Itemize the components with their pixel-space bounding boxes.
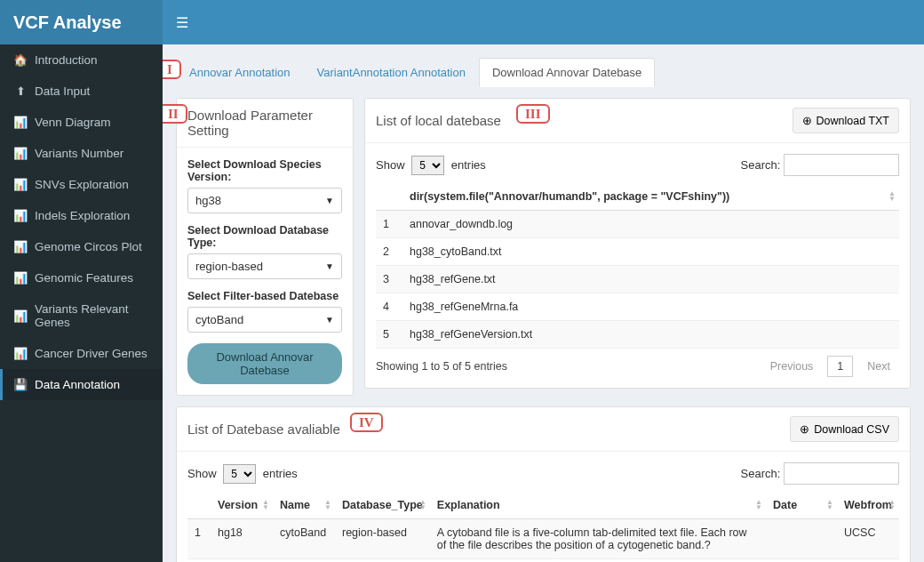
nav-icon: 📊 — [13, 209, 28, 222]
db-type-label: Select Download Database Type: — [187, 224, 342, 249]
sidebar-item-snvs-exploration[interactable]: 📊SNVs Exploration — [0, 169, 163, 200]
hamburger-icon[interactable]: ☰ — [176, 14, 188, 31]
species-version-label: Select Download Species Version: — [187, 158, 342, 183]
download-icon: ⊕ — [800, 422, 809, 436]
sort-icon[interactable]: ▲▼ — [888, 500, 896, 510]
caret-down-icon: ▼ — [325, 196, 334, 205]
sidebar: 🏠Introduction⬆Data Input📊Venn Diagram📊Va… — [0, 44, 163, 562]
sidebar-item-venn-diagram[interactable]: 📊Venn Diagram — [0, 107, 163, 138]
table-row[interactable]: 2hg19cytoBandregion-basedsame as aboveUC… — [187, 559, 899, 563]
download-parameter-panel: II Download Parameter Setting Select Dow… — [176, 98, 354, 396]
search-label: Search: — [741, 158, 781, 172]
sidebar-item-label: Variants Relevant Genes — [35, 302, 149, 329]
caret-down-icon: ▼ — [325, 315, 334, 325]
sort-icon[interactable]: ▲▼ — [262, 500, 269, 510]
sidebar-item-label: Venn Diagram — [35, 116, 111, 129]
sidebar-item-data-annotation[interactable]: 💾Data Annotation — [0, 369, 163, 400]
sidebar-item-label: Genome Circos Plot — [35, 240, 142, 253]
table-row[interactable]: 4hg38_refGeneMrna.fa — [376, 293, 899, 321]
nav-icon: 📊 — [13, 240, 28, 253]
sidebar-item-indels-exploration[interactable]: 📊Indels Exploration — [0, 200, 163, 231]
local-search-input[interactable] — [784, 154, 899, 176]
nav-icon: 💾 — [13, 378, 28, 391]
table-row[interactable]: 1annovar_downdb.log — [376, 211, 899, 238]
nav-icon: 📊 — [13, 178, 28, 191]
sidebar-item-variants-number[interactable]: 📊Variants Number — [0, 138, 163, 169]
nav-icon: 🏠 — [13, 53, 28, 67]
sort-icon[interactable]: ▲▼ — [419, 500, 426, 510]
search-label: Search: — [741, 467, 781, 480]
avail-entries-select[interactable]: 5 — [223, 464, 256, 484]
avail-db-table: Version▲▼ Name▲▼ Database_Type▲▼ Explana… — [187, 492, 899, 562]
table-row[interactable]: 3hg38_refGene.txt — [376, 266, 899, 293]
panel-title: List of local datebase — [376, 113, 501, 128]
tab-download-annovar-db[interactable]: Download Annovar Datebase — [479, 58, 655, 87]
sidebar-item-variants-relevant-genes[interactable]: 📊Variants Relevant Genes — [0, 293, 163, 338]
table-row[interactable]: 2hg38_cytoBand.txt — [376, 238, 899, 266]
local-database-panel: III List of local datebase ⊕ Download TX… — [364, 98, 911, 389]
table-row[interactable]: 5hg38_refGeneVersion.txt — [376, 321, 899, 349]
filter-db-select[interactable]: cytoBand ▼ — [187, 307, 342, 333]
table-info: Showing 1 to 5 of 5 entries — [376, 360, 507, 373]
nav-icon: 📊 — [13, 347, 28, 360]
sidebar-item-label: Data Annotation — [35, 378, 120, 391]
panel-title: List of Datebase avaliable — [187, 422, 340, 437]
table-row[interactable]: 1hg18cytoBandregion-basedA cytoband file… — [187, 519, 899, 559]
nav-icon: ⬆ — [13, 84, 28, 98]
caret-down-icon: ▼ — [325, 261, 334, 271]
pager-prev[interactable]: Previous — [761, 357, 823, 376]
tabs-row: I Annovar Annotation VariantAnnotation A… — [176, 58, 911, 87]
sidebar-item-label: Indels Exploration — [35, 209, 130, 222]
sidebar-item-label: Variants Number — [35, 147, 123, 160]
sidebar-item-label: Cancer Driver Genes — [35, 347, 147, 360]
filter-db-label: Select Filter-based Datebase — [187, 290, 342, 302]
sort-icon[interactable]: ▲▼ — [755, 500, 762, 510]
sort-icon[interactable]: ▲▼ — [888, 191, 896, 202]
local-db-table: dir(system.file("Annovar/humandb", packa… — [376, 183, 899, 349]
sidebar-item-introduction[interactable]: 🏠Introduction — [0, 44, 163, 76]
download-icon: ⊕ — [802, 114, 812, 127]
tab-annovar-annotation[interactable]: Annovar Annotation — [176, 58, 303, 87]
sort-icon[interactable]: ▲▼ — [826, 500, 833, 510]
db-type-select[interactable]: region-based ▼ — [187, 253, 342, 279]
download-txt-button[interactable]: ⊕ Download TXT — [793, 108, 899, 133]
local-entries-select[interactable]: 5 — [411, 156, 444, 175]
sidebar-item-cancer-driver-genes[interactable]: 📊Cancer Driver Genes — [0, 338, 163, 369]
pager-next[interactable]: Next — [858, 357, 899, 376]
sort-icon[interactable]: ▲▼ — [324, 500, 331, 510]
app-logo: VCF Analyse — [0, 0, 163, 44]
pager-page-1[interactable]: 1 — [827, 356, 853, 377]
download-annovar-db-button[interactable]: Download Annovar Datebase — [187, 343, 342, 384]
nav-icon: 📊 — [13, 116, 28, 129]
sidebar-item-label: Introduction — [35, 53, 98, 67]
sidebar-item-label: Genomic Features — [35, 271, 133, 285]
sidebar-item-genome-circos-plot[interactable]: 📊Genome Circos Plot — [0, 231, 163, 262]
available-database-panel: IV List of Datebase avaliable ⊕ Download… — [176, 406, 911, 562]
sidebar-item-label: Data Input — [35, 84, 90, 98]
pager: Previous 1 Next — [761, 356, 899, 377]
sidebar-item-data-input[interactable]: ⬆Data Input — [0, 76, 163, 107]
sidebar-item-label: SNVs Exploration — [35, 178, 129, 191]
panel-title: Download Parameter Setting — [187, 108, 342, 138]
nav-icon: 📊 — [13, 309, 28, 323]
sidebar-item-genomic-features[interactable]: 📊Genomic Features — [0, 262, 163, 293]
nav-icon: 📊 — [13, 147, 28, 160]
download-csv-button[interactable]: ⊕ Download CSV — [790, 416, 899, 442]
app-title: VCF Analyse — [13, 12, 122, 33]
avail-search-input[interactable] — [784, 462, 899, 485]
species-version-select[interactable]: hg38 ▼ — [187, 188, 342, 213]
nav-icon: 📊 — [13, 271, 28, 285]
tab-variantannotation[interactable]: VariantAnnotation Annotation — [303, 58, 478, 87]
